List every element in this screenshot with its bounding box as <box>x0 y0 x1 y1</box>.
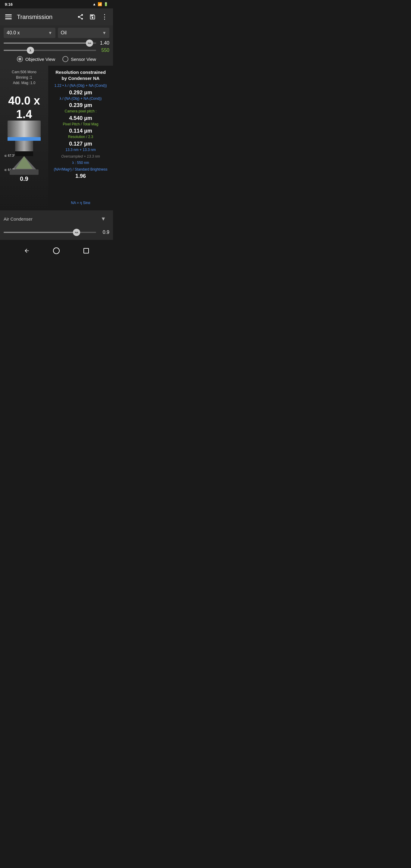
formula-2: λ / (NA (Obj) + NA (Cond)) <box>51 96 110 101</box>
na-slider-fill <box>4 42 89 44</box>
more-icon: ⋮ <box>101 13 108 21</box>
formula-row-2: λ / (NA (Obj) + NA (Cond)) 0.239 µm <box>51 96 110 109</box>
svg-rect-5 <box>15 151 33 156</box>
svg-text:40.0 x: 40.0 x <box>8 94 40 107</box>
formula-10: NA = η Sinα <box>51 201 110 206</box>
recent-apps-button[interactable] <box>81 246 91 255</box>
value-4: 0.114 µm <box>51 128 110 134</box>
svg-marker-8 <box>16 156 33 169</box>
objective-illustration: 40.0 x 1.4 α: 67.3° α: 64.2° 0.9 <box>3 88 45 184</box>
value-5: 0.127 µm <box>51 141 110 147</box>
save-icon <box>89 13 96 20</box>
sensor-view-label: Sensor View <box>71 57 96 62</box>
formula-6: 13.3 nm + 13.3 nm <box>51 148 110 153</box>
resolution-title-text: Resolution constrainedby Condenser NA <box>56 70 106 81</box>
formula-4: Pixel Pitch / Total Mag <box>51 122 110 127</box>
sensor-view-radio[interactable] <box>62 56 68 62</box>
objective-view-option[interactable]: Objective View <box>17 56 55 62</box>
lambda-slider-track[interactable]: λ <box>4 50 96 51</box>
share-button[interactable] <box>74 11 87 23</box>
formula-row-9: (NA²/Mag²) / Standard Brightness 1.96 <box>51 167 110 180</box>
sensor-view-option[interactable]: Sensor View <box>62 56 96 62</box>
value-2: 0.239 µm <box>51 102 110 108</box>
formula-row-8: λ : 550 nm <box>51 161 110 167</box>
save-button[interactable] <box>87 11 98 23</box>
immersion-dropdown[interactable]: Oil ▼ <box>58 28 110 38</box>
back-icon <box>24 248 30 254</box>
formula-1: 1.22 • λ / (NA (Obj) + NA (Cond)) <box>51 84 110 88</box>
home-button[interactable] <box>52 246 61 255</box>
navigation-bar <box>0 242 113 259</box>
condenser-dropdown-button[interactable]: ▼ <box>97 213 109 225</box>
condenser-na-slider-value: 0.9 <box>98 230 109 235</box>
spacer <box>51 180 110 200</box>
magnification-dropdown[interactable]: 40.0 x ▼ <box>4 28 56 38</box>
condenser-area: Air Condenser ▼ NA 0.9 <box>0 210 113 240</box>
svg-rect-3 <box>7 137 41 141</box>
battery-icon: 🔋 <box>104 2 108 6</box>
na-thumb-label: NA <box>88 42 91 44</box>
svg-rect-10 <box>10 169 38 175</box>
status-icons: ▲ 📶 🔋 <box>93 2 108 6</box>
formula-row-10: NA = η Sinα <box>51 201 110 207</box>
cam-info: Cam:506 MonoBinning :1Add. Mag :1.0 <box>12 69 36 86</box>
main-content: Cam:506 MonoBinning :1Add. Mag :1.0 <box>0 66 113 210</box>
na-slider-track[interactable]: NA <box>4 42 96 44</box>
immersion-chevron-icon: ▼ <box>102 30 106 35</box>
lambda-thumb-label: λ <box>30 49 31 52</box>
dropdown-row: 40.0 x ▼ Oil ▼ <box>4 28 109 38</box>
hamburger-icon <box>5 14 12 19</box>
share-icon <box>77 13 84 20</box>
condenser-label: Air Condenser <box>4 216 33 221</box>
status-bar: 9:16 ▲ 📶 🔋 <box>0 0 113 8</box>
value-1: 0.292 µm <box>51 90 110 96</box>
cam-info-text: Cam:506 MonoBinning :1Add. Mag :1.0 <box>12 70 36 85</box>
back-button[interactable] <box>22 246 32 255</box>
formula-8: λ : 550 nm <box>51 161 110 165</box>
formula-9: (NA²/Mag²) / Standard Brightness <box>51 167 110 172</box>
app-bar: Transmission ⋮ <box>0 8 113 25</box>
resolution-title: Resolution constrainedby Condenser NA <box>51 69 110 81</box>
svg-rect-4 <box>15 141 33 151</box>
formula-row-3: Camera pixel pitch : 4.540 µm <box>51 109 110 121</box>
na-slider-row: NA 1.40 <box>4 40 109 46</box>
condenser-na-slider-thumb[interactable]: NA <box>73 229 80 236</box>
objective-view-label: Objective View <box>25 57 55 62</box>
lambda-slider-fill <box>4 50 30 51</box>
objective-view-radio[interactable] <box>17 56 23 62</box>
condenser-na-slider-track[interactable]: NA <box>4 232 96 233</box>
lambda-slider-row: λ 550 <box>4 48 109 53</box>
view-selector: Objective View Sensor View <box>4 56 109 62</box>
formula-3: Camera pixel pitch : <box>51 109 110 114</box>
menu-button[interactable] <box>2 11 14 23</box>
page-title: Transmission <box>17 13 74 21</box>
svg-text:α: 67.3°: α: 67.3° <box>4 154 15 157</box>
na-slider-value: 1.40 <box>98 40 109 46</box>
home-icon <box>53 247 60 254</box>
condenser-na-slider-row: NA 0.9 <box>4 227 109 238</box>
condenser-chevron-icon: ▼ <box>101 216 106 222</box>
magnification-value: 40.0 x <box>7 30 20 36</box>
formula-row-6: 13.3 nm + 13.3 nm <box>51 148 110 154</box>
controls-area: 40.0 x ▼ Oil ▼ NA 1.40 λ 550 <box>0 25 113 66</box>
na-slider-thumb[interactable]: NA <box>86 39 93 47</box>
svg-text:1.4: 1.4 <box>16 108 32 121</box>
signal-icon: ▲ <box>93 2 96 6</box>
magnification-chevron-icon: ▼ <box>48 30 53 35</box>
condenser-dropdown-row: Air Condenser ▼ <box>4 213 109 225</box>
svg-rect-2 <box>7 121 41 137</box>
formula-row-4: Pixel Pitch / Total Mag 0.114 µm <box>51 122 110 134</box>
immersion-value: Oil <box>61 30 67 36</box>
lambda-slider-thumb[interactable]: λ <box>27 47 34 54</box>
formula-5: Resolution / 2.3 <box>51 135 110 140</box>
condenser-na-slider-fill <box>4 232 76 233</box>
objective-panel: Cam:506 MonoBinning :1Add. Mag :1.0 <box>0 66 48 210</box>
objective-view-radio-inner <box>19 58 22 61</box>
more-button[interactable]: ⋮ <box>98 11 110 23</box>
svg-text:0.9: 0.9 <box>20 176 28 182</box>
lambda-slider-value: 550 <box>98 48 109 53</box>
condenser-na-thumb-label: NA <box>75 231 78 234</box>
status-time: 9:16 <box>5 2 13 7</box>
formula-row-7: Oversampled + 13.3 nm <box>51 154 110 160</box>
formula-row-1: 1.22 • λ / (NA (Obj) + NA (Cond)) 0.292 … <box>51 84 110 96</box>
